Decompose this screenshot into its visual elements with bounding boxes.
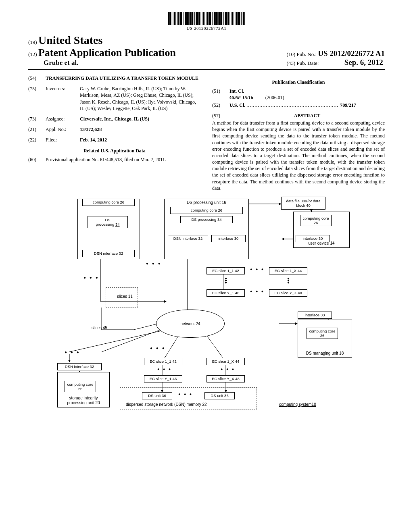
code-43-num: (43) <box>287 60 296 66</box>
storage-integrity-label: storage integrity processing unit 20 <box>59 396 108 405</box>
intcl-label: Int. Cl. <box>229 88 244 94</box>
ellipsis-icon: ● ● ● <box>178 392 193 396</box>
ec-slice-1-1-b: EC slice 1_1 42 <box>144 358 182 365</box>
computing-core-26-e: computing core 26 <box>65 381 96 392</box>
filed-value: Feb. 14, 2012 <box>80 137 107 143</box>
abstract-body: A method for data transfer from a first … <box>212 120 385 191</box>
barcode-area: US 20120226772A1 <box>28 12 385 31</box>
interface-33: interface 33 <box>298 312 332 319</box>
network-cloud: network 24 <box>156 310 225 338</box>
ellipsis-icon: ● ● ● <box>83 275 99 280</box>
computing-core-26-c: computing core 26 <box>300 215 332 226</box>
ds-unit-36-a: DS unit 36 <box>142 392 172 399</box>
abstract-heading: ABSTRACT <box>229 112 385 119</box>
intcl-code: G06F 15/16 <box>229 95 253 100</box>
assignee-label: Assignee: <box>46 116 74 122</box>
applno-label: Appl. No.: <box>46 126 74 133</box>
pub-no-label: Pub. No.: <box>297 51 317 57</box>
header-divider <box>28 69 385 70</box>
ellipsis-icon: ● ● ● <box>157 367 172 371</box>
ellipsis-icon: ● ● ● <box>65 350 80 354</box>
dsn-interface-32-a: DSN interface 32 <box>82 250 135 257</box>
publication-type: Patent Application Publication <box>38 47 176 58</box>
provisional-text: Provisional application No. 61/448,518, … <box>46 156 201 163</box>
code-54: (54) <box>28 75 40 81</box>
dsn-interface-32-c: DSN interface 32 <box>57 363 102 370</box>
classification-heading: Publication Classification <box>212 79 385 85</box>
ec-slice-1-1-a: EC slice 1_1 42 <box>206 267 245 274</box>
ds-processing-34-a: DSprocessing 34 <box>88 216 128 228</box>
pub-date-value: Sep. 6, 2012 <box>344 58 383 66</box>
computing-core-26-b: computing core 26 <box>170 207 243 214</box>
ellipsis-icon: ● ● ● <box>250 267 265 271</box>
code-19-num: (19) <box>28 39 37 45</box>
computing-core-26-a: computing core 26 <box>82 199 135 206</box>
slices-45-label: slices 45 <box>92 326 107 330</box>
header-authors: Grube et al. <box>44 59 176 67</box>
ec-slice-1-x-a: EC slice 1_X 44 <box>269 267 307 274</box>
patent-header: (19) United States (12) Patent Applicati… <box>28 34 385 67</box>
patent-title: TRANSFERRING DATA UTILIZING A TRANSFER T… <box>46 75 201 81</box>
ellipsis-icon: ● ● ● <box>150 346 166 350</box>
computing-system-label: computing system10 <box>279 402 316 407</box>
interface-30-a: interface 30 <box>211 235 246 242</box>
dsn-interface-32-b: DSN interface 32 <box>168 235 208 242</box>
code-21: (21) <box>28 126 40 133</box>
ec-slice-y-1-b: EC slice Y_1 46 <box>144 375 182 382</box>
code-10-num: (10) <box>287 51 296 57</box>
ellipsis-icon: ● ● ● <box>221 367 235 371</box>
uscl-label: U.S. Cl. <box>229 102 245 108</box>
inventors-value: Gary W. Grube, Barrington Hills, IL (US)… <box>80 85 201 112</box>
pub-no-value: US 2012/0226772 A1 <box>318 49 385 58</box>
code-12-num: (12) <box>28 51 37 57</box>
ds-unit-36-b: DS unit 36 <box>204 392 235 399</box>
dotted-leader: ........................................… <box>246 102 340 108</box>
ellipsis-icon: ● ● ● <box>250 289 265 293</box>
ds-processing-34-b: DS processing 34 <box>180 216 233 223</box>
code-75: (75) <box>28 85 40 112</box>
filed-label: Filed: <box>46 137 74 143</box>
related-data-heading: Related U.S. Application Data <box>28 148 201 154</box>
code-73: (73) <box>28 116 40 122</box>
assignee-value: Cleversafe, Inc., Chicago, IL (US) <box>80 116 201 122</box>
country-label: United States <box>38 34 102 46</box>
applno-value: 13/372,628 <box>80 127 102 132</box>
interface-30-b: interface 30 <box>296 235 330 242</box>
barcode-icon <box>168 12 245 25</box>
ds-managing-unit-label: DS managing unit 18 <box>306 351 344 356</box>
computing-core-26-d: computing core 26 <box>307 328 338 339</box>
code-52: (52) <box>212 102 223 108</box>
network-label: network 24 <box>181 322 200 326</box>
ec-slice-y-x-b: EC slice Y_X 48 <box>206 375 245 382</box>
slices-11-label: slices 11 <box>117 294 133 299</box>
code-57: (57) <box>212 112 223 119</box>
ds-processing-unit-16-label: DS processing unit 16 <box>187 200 226 205</box>
ellipsis-icon: ● ● ● <box>146 261 162 266</box>
barcode-text: US 20120226772A1 <box>187 26 227 31</box>
code-22: (22) <box>28 137 40 143</box>
left-column: (54) TRANSFERRING DATA UTILIZING A TRANS… <box>28 75 201 191</box>
vertical-ellipsis-icon: ●●● <box>225 277 227 283</box>
right-column: Publication Classification (51) Int. Cl.… <box>212 75 385 191</box>
code-51: (51) <box>212 88 223 101</box>
ec-slice-1-x-b: EC slice 1_X 44 <box>206 358 245 365</box>
uscl-value: 709/217 <box>340 102 356 108</box>
code-60: (60) <box>28 156 40 163</box>
ec-slice-y-x-a: EC slice Y_X 48 <box>269 289 307 297</box>
ec-slice-y-1-a: EC slice Y_1 46 <box>206 289 245 297</box>
pub-date-label: Pub. Date: <box>297 60 319 66</box>
inventors-label: Inventors: <box>46 85 74 112</box>
intcl-year: (2006.01) <box>265 95 284 100</box>
dsn-memory-label: dispersed storage network (DSN) memory 2… <box>126 402 207 407</box>
figure-1: user device 12 computing core 26 DSproce… <box>28 199 385 428</box>
vertical-ellipsis-icon: ●●● <box>287 277 290 283</box>
data-file-box: data file 38&/or data block 40 <box>281 197 325 210</box>
